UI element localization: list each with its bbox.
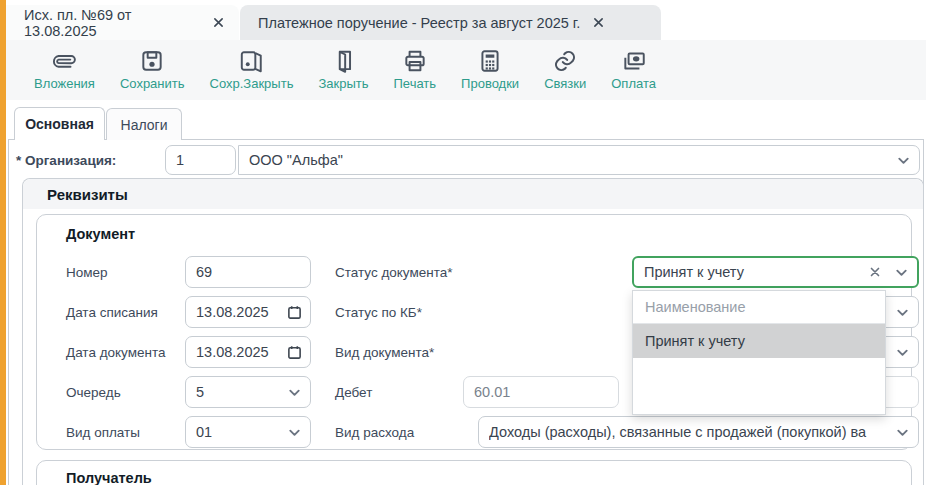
window-tab-registry[interactable]: Платежное поручение - Реестр за август 2… [240,5,661,40]
paperclip-icon [51,48,77,74]
save-label: Сохранить [120,76,185,91]
recipient-group [36,460,912,485]
tab-taxes-label: Налоги [121,117,168,133]
links-label: Связки [544,76,586,91]
save-close-icon [238,48,264,74]
attachments-button[interactable]: Вложения [34,48,95,91]
save-icon [139,48,165,74]
expense-kind-value: Доходы (расходы), связанные с продажей (… [489,424,889,440]
dropdown-column-header: Наименование [633,291,885,324]
close-document-button[interactable]: Закрыть [318,48,368,91]
payment-type-value: 01 [196,424,281,440]
document-group-title: Документ [66,226,135,242]
number-value: 69 [196,264,302,280]
document-status-label: Статус документа* [335,265,453,280]
document-status-combobox[interactable]: Принят к учету [632,256,919,288]
payment-button[interactable]: Оплата [611,48,656,91]
postings-button[interactable]: Проводки [461,48,519,91]
number-label: Номер [66,265,108,280]
requisites-group-title: Реквизиты [23,179,923,209]
window-tab-label: Платежное поручение - Реестр за август 2… [258,15,580,31]
postings-label: Проводки [461,76,519,91]
expense-kind-label: Вид расхода [335,425,414,440]
organization-code-input[interactable]: 1 [165,145,236,175]
printer-icon [402,48,428,74]
document-date-label: Дата документа [66,345,165,360]
document-date-input[interactable]: 13.08.2025 [185,336,311,368]
chevron-down-icon[interactable] [895,425,910,440]
close-icon[interactable] [212,16,225,29]
window-tab-label: Исх. пл. №69 от 13.08.2025 [24,7,200,39]
kb-status-label: Статус по КБ* [335,305,422,320]
banknote-icon [621,48,647,74]
close-document-label: Закрыть [318,76,368,91]
clear-icon[interactable] [868,265,882,279]
document-status-value: Принят к учету [644,264,862,280]
document-kind-label: Вид документа* [335,345,434,360]
links-button[interactable]: Связки [544,48,586,91]
chevron-down-icon[interactable] [896,153,911,168]
tab-main[interactable]: Основная [14,107,105,140]
tab-taxes[interactable]: Налоги [106,108,182,140]
chevron-down-icon[interactable] [287,425,302,440]
document-date-value: 13.08.2025 [196,344,281,360]
writeoff-date-input[interactable]: 13.08.2025 [185,296,311,328]
calculator-icon [477,48,503,74]
debit-label: Дебет [335,385,372,400]
calendar-icon[interactable] [287,305,302,320]
queue-combobox[interactable]: 5 [185,376,311,408]
chevron-down-icon[interactable] [895,305,910,320]
organization-name-combobox[interactable]: ООО "Альфа" [238,145,920,175]
toolbar: Вложения Сохранить Сохр.Закрыть Закрыть … [6,40,926,100]
door-icon [330,48,356,74]
organization-name-value: ООО "Альфа" [249,152,890,168]
organization-label: * Организация: [16,153,116,168]
dropdown-option-selected[interactable]: Принят к учету [633,324,885,358]
queue-value: 5 [196,384,281,400]
writeoff-date-value: 13.08.2025 [196,304,281,320]
writeoff-date-label: Дата списания [66,305,158,320]
tab-main-label: Основная [25,116,94,132]
chain-link-icon [552,48,578,74]
chevron-down-icon[interactable] [894,265,909,280]
payment-type-combobox[interactable]: 01 [185,416,311,448]
save-close-button[interactable]: Сохр.Закрыть [210,48,294,91]
document-status-dropdown: Наименование Принят к учету [632,290,886,415]
save-button[interactable]: Сохранить [120,48,185,91]
payment-order-window: { "window_tabs": [ { "label": "Исх. пл. … [0,0,926,485]
save-close-label: Сохр.Закрыть [210,76,294,91]
print-label: Печать [393,76,436,91]
calendar-icon[interactable] [287,345,302,360]
payment-type-label: Вид оплаты [66,425,140,440]
debit-input[interactable]: 60.01 [463,376,619,408]
expense-kind-combobox[interactable]: Доходы (расходы), связанные с продажей (… [478,416,919,448]
queue-label: Очередь [66,385,121,400]
print-button[interactable]: Печать [393,48,436,91]
window-tab-outgoing-payment[interactable]: Исх. пл. №69 от 13.08.2025 [6,5,239,40]
number-input[interactable]: 69 [185,256,311,288]
window-tabbar: Исх. пл. №69 от 13.08.2025 Платежное пор… [6,0,926,40]
payment-label: Оплата [611,76,656,91]
chevron-down-icon[interactable] [287,385,302,400]
debit-value: 60.01 [474,384,610,400]
organization-code-value: 1 [176,152,227,168]
close-icon[interactable] [592,16,605,29]
chevron-down-icon[interactable] [895,345,910,360]
recipient-group-title: Получатель [66,470,152,485]
